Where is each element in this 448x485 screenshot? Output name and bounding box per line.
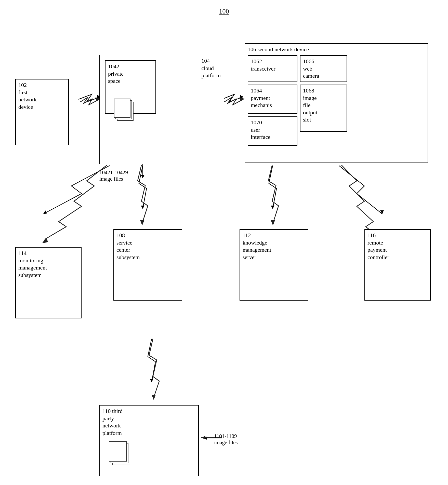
box-106: 106 second network device 1062transceive…	[245, 43, 428, 163]
svg-marker-17	[152, 395, 156, 400]
lb-108-110	[149, 339, 159, 400]
svg-marker-15	[271, 220, 275, 225]
svg-marker-5	[141, 206, 144, 209]
connector-102-to-104	[78, 94, 101, 102]
lb-104-106	[224, 97, 245, 105]
box-1062: 1062transceiver	[248, 55, 297, 82]
connector-106-to-116	[339, 166, 384, 214]
svg-marker-14	[140, 220, 144, 225]
label-104: 104cloudplatform	[201, 57, 221, 79]
label-102: 102firstnetworkdevice	[18, 82, 37, 110]
box-1070: 1070userinterface	[248, 116, 297, 146]
svg-marker-3	[141, 175, 144, 178]
svg-marker-12	[240, 97, 245, 101]
box-102: 102firstnetworkdevice	[15, 79, 69, 145]
box-108: 108servicecentersubsystem	[113, 229, 182, 301]
lb-102-104	[80, 97, 101, 105]
label-1062: 1062transceiver	[251, 58, 275, 72]
label-106: 106 second network device	[248, 46, 309, 53]
box-1066: 1066webcamera	[300, 55, 347, 82]
box-1068: 1068imagefileoutputslot	[300, 85, 347, 132]
label-1066: 1066webcamera	[303, 58, 319, 79]
connector-104-to-106	[222, 94, 243, 102]
svg-marker-21	[201, 436, 205, 439]
label-110: 110 thirdpartynetworkplatform	[102, 408, 123, 436]
label-10421-files: 10421-10429image files	[99, 169, 128, 182]
connector-104-to-108	[139, 166, 147, 209]
label-1064: 1064paymentmechanis	[251, 87, 272, 108]
svg-marker-8	[150, 379, 153, 382]
svg-marker-1	[240, 95, 243, 99]
label-1101-files: 1101-1109image files	[214, 433, 238, 446]
box-1064: 1064paymentmechanis	[248, 85, 297, 114]
svg-marker-13	[42, 238, 48, 243]
lb-cloud-114	[42, 165, 107, 243]
label-1042: 1042privatespace	[108, 63, 124, 84]
svg-marker-10	[204, 436, 207, 440]
connector-106-to-112	[269, 166, 276, 209]
box-116: 116remotepaymentcontroller	[364, 229, 431, 301]
label-108: 108servicecentersubsystem	[116, 232, 140, 260]
box-112: 112knowledgemanagementserver	[240, 229, 308, 301]
svg-marker-4	[43, 210, 47, 214]
lb-106-112	[268, 165, 279, 225]
connector-108-to-110	[148, 339, 155, 382]
box-114: 114monitoringmanagementsubsystem	[15, 247, 82, 318]
diagram-title: 100	[219, 8, 229, 15]
box-104: 104cloudplatform 1042privatespace	[99, 55, 224, 164]
diagram: 100	[0, 0, 448, 485]
svg-marker-6	[271, 206, 274, 209]
svg-marker-7	[380, 210, 384, 214]
label-1068: 1068imagefileoutputslot	[303, 87, 317, 123]
label-1070: 1070userinterface	[251, 119, 270, 140]
label-114: 114monitoringmanagementsubsystem	[18, 250, 47, 278]
label-116: 116remotepaymentcontroller	[367, 232, 389, 260]
box-110: 110 thirdpartynetworkplatform	[99, 405, 199, 476]
label-112: 112knowledgemanagementserver	[243, 232, 271, 260]
lb-cloud-108	[138, 165, 148, 225]
